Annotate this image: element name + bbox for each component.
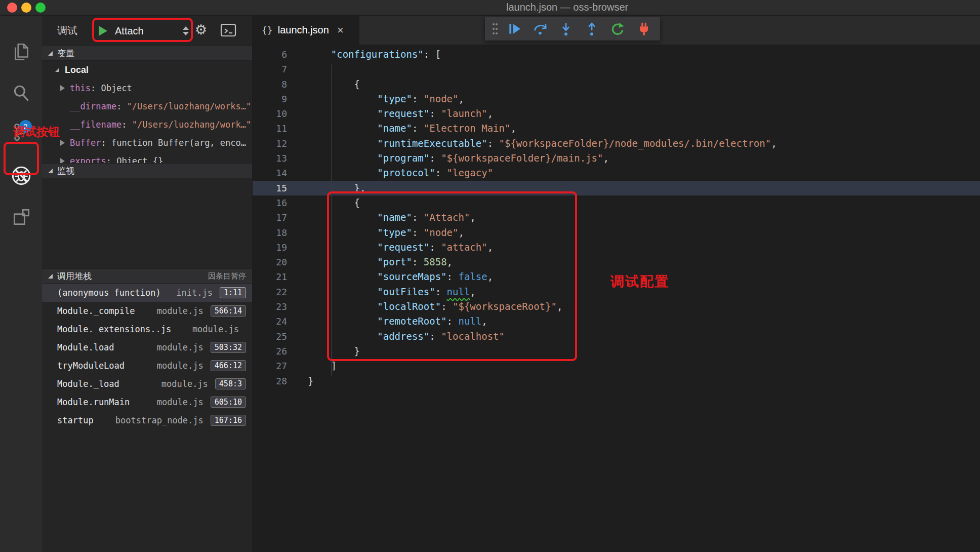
frame-file: module.js [157,306,211,316]
line-number[interactable]: 22 [253,285,287,299]
line-number[interactable]: 12 [253,136,287,151]
line-number[interactable]: 20 [253,255,287,269]
line-number[interactable]: 27 [253,359,287,373]
line-number[interactable]: 11 [253,121,287,136]
watch-section-header[interactable]: 监视 [42,163,252,178]
line-number[interactable]: 7 [253,62,287,76]
code-line-27[interactable]: 27 ] [253,359,980,373]
line-number[interactable]: 14 [253,166,287,180]
callstack-section-label: 调用堆栈 [57,270,92,282]
debug-icon[interactable] [0,160,42,192]
callstack-section-header[interactable]: 调用堆栈 因条目暂停 [42,268,252,284]
code-line-20[interactable]: 20 "port": 5858, [253,255,980,269]
code-line-13[interactable]: 13 "program": "${workspaceFolder}/main.j… [253,151,980,166]
line-content: } [287,344,360,359]
code-line-19[interactable]: 19 "request": "attach", [253,240,980,255]
line-number[interactable]: 19 [253,240,287,255]
line-number[interactable]: 24 [253,314,287,329]
minimize-window-button[interactable] [21,3,31,13]
callstack-frame[interactable]: Module._extensions..jsmodule.js [42,320,252,338]
code-line-8[interactable]: 8 { [253,77,980,92]
variable-row-this[interactable]: this: Object [42,79,252,97]
code-line-22[interactable]: 22 "outFiles": null, [253,285,980,299]
explorer-files-icon[interactable] [0,36,42,68]
start-debug-icon [99,26,107,36]
line-number[interactable]: 26 [253,344,287,359]
line-number[interactable]: 18 [253,225,287,240]
variable-row-__dirname[interactable]: __dirname: "/Users/luozhang/works…" [42,97,252,115]
restart-button[interactable] [604,17,630,41]
callstack-frame[interactable]: tryModuleLoadmodule.js466:12 [42,357,252,375]
variable-row-exports[interactable]: exports: Object {} [42,152,252,163]
code-editor[interactable]: 6 "configurations": [78 {9 "type": "node… [253,45,980,552]
line-number[interactable]: 16 [253,195,287,210]
code-line-11[interactable]: 11 "name": "Electron Main", [253,121,980,136]
code-line-18[interactable]: 18 "type": "node", [253,225,980,240]
callstack-frame[interactable]: (anonymous function)init.js1:11 [42,284,252,302]
expand-arrow-icon [60,140,65,146]
variable-row-Buffer[interactable]: Buffer: function Buffer(arg, enco… [42,134,252,152]
git-branch-icon[interactable] [0,116,42,148]
code-line-26[interactable]: 26 } [253,344,980,359]
continue-button[interactable] [501,17,527,41]
debug-console-icon[interactable] [220,23,236,39]
line-number[interactable]: 25 [253,329,287,344]
tab-launch-json[interactable]: {} launch.json × [253,16,359,45]
line-number[interactable]: 17 [253,210,287,225]
variable-value: function Buffer(arg, enco… [111,138,246,148]
line-number[interactable]: 21 [253,269,287,284]
line-number[interactable]: 8 [253,77,287,92]
section-expand-icon [48,274,53,279]
line-number[interactable]: 6 [253,47,287,62]
line-number[interactable]: 9 [253,92,287,106]
line-number[interactable]: 23 [253,299,287,314]
variable-value: "/Users/luozhang/works…" [127,101,252,111]
code-line-16[interactable]: 16 { [253,195,980,210]
line-content [287,62,308,76]
code-line-12[interactable]: 12 "runtimeExecutable": "${workspaceFold… [253,136,980,151]
line-content: { [287,195,360,210]
frame-file: bootstrap_node.js [115,415,211,425]
variable-value: Object [101,83,132,93]
code-line-23[interactable]: 23 "localRoot": "${workspaceRoot}", [253,299,980,314]
callstack-frame[interactable]: Module.loadmodule.js503:32 [42,338,252,357]
code-line-15[interactable]: 15 }, [253,181,980,195]
debug-config-dropdown[interactable]: Attach [99,21,191,41]
disconnect-button[interactable] [630,17,656,41]
step-out-button[interactable] [579,17,604,41]
line-number[interactable]: 13 [253,151,287,166]
line-content: "localRoot": "${workspaceRoot}", [287,299,562,314]
step-over-button[interactable] [527,17,553,41]
callstack-frame[interactable]: Module._loadmodule.js458:3 [42,375,252,393]
code-line-24[interactable]: 24 "remoteRoot": null, [253,314,980,329]
close-tab-icon[interactable]: × [337,24,344,37]
callstack-frame[interactable]: Module.runMainmodule.js605:10 [42,393,252,411]
line-number[interactable]: 28 [253,374,287,388]
line-number[interactable]: 15 [253,181,287,195]
scope-row-local[interactable]: Local [42,61,252,79]
code-line-9[interactable]: 9 "type": "node", [253,92,980,106]
code-line-25[interactable]: 25 "address": "localhost" [253,329,980,344]
code-line-21[interactable]: 21 "sourceMaps": false, [253,269,980,284]
code-line-28[interactable]: 28} [253,374,980,388]
code-line-6[interactable]: 6 "configurations": [ [253,47,980,62]
search-icon[interactable] [0,77,42,110]
code-line-7[interactable]: 7 [253,62,980,76]
code-line-14[interactable]: 14 "protocol": "legacy" [253,166,980,180]
configure-gear-icon[interactable]: ⚙ [195,16,207,45]
code-line-10[interactable]: 10 "request": "launch", [253,106,980,121]
git-changes-badge: 2 [19,120,32,133]
step-into-button[interactable] [553,17,579,41]
variable-row-__filename[interactable]: __filename: "/Users/luozhang/work…" [42,115,252,134]
close-window-button[interactable] [7,3,17,13]
variables-section-header[interactable]: 变量 [42,46,252,61]
line-number[interactable]: 10 [253,106,287,121]
line-content: }, [287,181,365,195]
zoom-window-button[interactable] [35,3,46,13]
code-line-17[interactable]: 17 "name": "Attach", [253,210,980,225]
variable-name: __filename [70,120,121,130]
toolbar-drag-handle-icon[interactable] [489,17,501,41]
callstack-frame[interactable]: startupbootstrap_node.js167:16 [42,411,252,429]
extensions-icon[interactable] [0,201,42,233]
callstack-frame[interactable]: Module._compilemodule.js566:14 [42,302,252,320]
